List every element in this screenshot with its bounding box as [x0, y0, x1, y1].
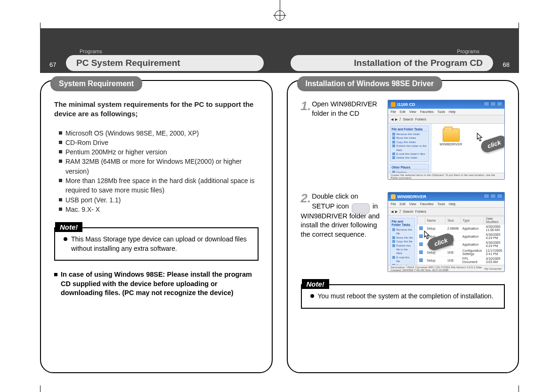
- header-band: Programs Programs 67 68 PC System Requir…: [40, 28, 519, 73]
- setup-icon: [352, 203, 370, 214]
- req-item: USB port (Ver. 1.1): [59, 195, 259, 205]
- left-column: System Requirement The minimal system re…: [40, 80, 273, 373]
- menu-bar[interactable]: File Edit View Favorites Tools Help: [388, 201, 505, 208]
- step-1-screenshot: I1100 CD File Edit View Favorites Tools …: [388, 100, 505, 180]
- explorer-sidebar: File and Folder Tasks Rename this folder…: [388, 124, 431, 173]
- menu-item[interactable]: Edit: [400, 110, 405, 113]
- step-2: 2. Double click on SETUP icon in WIN98DR…: [301, 192, 505, 272]
- menu-item[interactable]: View: [409, 202, 416, 206]
- toolbar-folders[interactable]: Folders: [415, 118, 426, 121]
- tasks-heading: File and Folder Tasks: [392, 128, 427, 131]
- window-buttons[interactable]: [484, 102, 502, 106]
- explorer-main[interactable]: WIN98DRIVER click: [431, 124, 505, 173]
- intro-text: The minimal system requirements for the …: [54, 100, 259, 119]
- step-1: 1. Open WIN98DRIVER folder in the CD I11…: [301, 100, 505, 180]
- folder-label: WIN98DRIVER: [440, 143, 462, 146]
- menu-item[interactable]: Help: [449, 202, 455, 206]
- step-2-screenshot: WIN98DRIVER File Edit View Favorites Too…: [388, 192, 505, 272]
- menu-item[interactable]: Tools: [437, 110, 445, 113]
- req-item: CD-Rom Drive: [59, 138, 259, 147]
- requirements-list: Microsoft OS (Windows 98SE, ME, 2000, XP…: [54, 128, 259, 215]
- step-1-number: 1.: [301, 100, 311, 112]
- task-item[interactable]: Rename this folder: [392, 132, 427, 136]
- status-left: Description: YMAX Converter MFC CID CCD0…: [391, 266, 485, 272]
- step-2-body-a: Double click on SETUP icon: [312, 192, 358, 209]
- note-label: Note!: [302, 279, 329, 289]
- breadcrumb-left: Programs: [80, 48, 102, 54]
- menu-item[interactable]: Edit: [400, 202, 405, 206]
- menu-item[interactable]: File: [391, 110, 396, 113]
- explorer-window-1: I1100 CD File Edit View Favorites Tools …: [388, 100, 505, 180]
- content-area: System Requirement The minimal system re…: [40, 80, 519, 373]
- task-item[interactable]: Publish this file to the Web: [392, 244, 413, 256]
- crop-mark: [40, 385, 41, 392]
- task-item[interactable]: Delete this folder: [392, 156, 427, 160]
- breadcrumb-right: Programs: [457, 48, 479, 54]
- window-buttons[interactable]: [484, 194, 502, 199]
- right-column: Installation of Windows 98SE Driver 1. O…: [287, 80, 519, 373]
- menu-item[interactable]: Favorites: [420, 110, 434, 113]
- status-right: My Computer: [485, 267, 502, 270]
- menu-item[interactable]: File: [391, 202, 396, 206]
- menu-item[interactable]: Help: [449, 110, 455, 113]
- registration-marks-top: [0, 0, 559, 28]
- task-item[interactable]: Copy this file: [392, 240, 413, 243]
- left-panel: System Requirement The minimal system re…: [40, 80, 273, 373]
- req-item: More than 128Mb free space in the hard d…: [59, 176, 259, 195]
- req-item: Mac. 9.X- X: [59, 205, 259, 214]
- menu-item[interactable]: Favorites: [420, 202, 434, 206]
- step-1-body: Open WIN98DRIVER folder in the CD: [312, 100, 377, 117]
- task-item[interactable]: Copy this folder: [392, 140, 427, 144]
- win98driver-folder[interactable]: WIN98DRIVER: [440, 128, 462, 146]
- places-heading: Other Places: [392, 166, 427, 169]
- explorer-main[interactable]: Name Size Type Date Modified Setup2.98MB…: [417, 216, 504, 265]
- task-item[interactable]: Move this folder: [392, 136, 427, 140]
- window-1-title: I1100 CD: [397, 102, 415, 107]
- note-text: You must reboot the system at the comple…: [310, 292, 498, 301]
- toolbar-folders[interactable]: Folders: [415, 210, 426, 213]
- task-item[interactable]: Publish this folder to the Web: [392, 144, 427, 152]
- note-label: Note!: [55, 222, 82, 232]
- toolbar-search[interactable]: Search: [403, 210, 413, 213]
- menu-item[interactable]: View: [409, 110, 416, 113]
- file-row[interactable]: Setup1KBPPL Document4/10/2005 3:03 AM: [417, 256, 504, 264]
- explorer-sidebar: File and Folder Tasks Rename this file M…: [388, 216, 417, 265]
- win98-warning: In case of using Windows 98SE: Please in…: [54, 270, 259, 298]
- folder-icon: [391, 194, 396, 199]
- status-bar: Description: YMAX Converter MFC CID CCD0…: [388, 265, 505, 272]
- right-page-title: Installation of the Program CD: [291, 55, 493, 71]
- page: Programs Programs 67 68 PC System Requir…: [0, 0, 559, 392]
- cd-icon: [391, 102, 396, 107]
- page-number-right: 68: [503, 61, 510, 68]
- step-2-number: 2.: [301, 192, 311, 204]
- file-row[interactable]: Setup1KBConfiguration Settings11/17/2005…: [417, 248, 504, 256]
- toolbar[interactable]: ◀▶⤴ Search Folders: [388, 208, 505, 216]
- menu-item[interactable]: Tools: [437, 202, 445, 206]
- task-item[interactable]: Move this file: [392, 236, 413, 240]
- install-heading: Installation of Windows 98SE Driver: [297, 76, 443, 91]
- step-1-text: 1. Open WIN98DRIVER folder in the CD: [301, 100, 381, 180]
- window-2-title: WIN98DRIVER: [397, 194, 427, 199]
- note-box-left: Note! This Mass Storage type device can …: [54, 227, 259, 261]
- note-text: This Mass Storage type device can upload…: [64, 235, 251, 253]
- step-2-text: 2. Double click on SETUP icon in WIN98DR…: [301, 192, 381, 272]
- explorer-window-2: WIN98DRIVER File Edit View Favorites Too…: [388, 192, 505, 272]
- req-item: RAM 32MB (64MB or more for Windows ME(20…: [59, 157, 259, 176]
- req-item: Pentium 200MHz or higher version: [59, 147, 259, 157]
- menu-bar[interactable]: File Edit View Favorites Tools Help: [388, 109, 505, 115]
- toolbar-search[interactable]: Search: [403, 118, 413, 121]
- task-item[interactable]: Rename this file: [392, 228, 413, 236]
- left-page-title-text: PC System Requirement: [76, 58, 180, 68]
- task-item[interactable]: E-mail this folder's files: [392, 152, 427, 156]
- system-requirement-heading: System Requirement: [50, 76, 142, 91]
- tasks-heading: File and Folder Tasks: [392, 220, 413, 227]
- task-item[interactable]: E-mail this file: [392, 256, 413, 264]
- crop-mark: [518, 385, 519, 392]
- req-item: Microsoft OS (Windows 98SE, ME, 2000, XP…: [59, 128, 259, 138]
- left-page-title: PC System Requirement: [66, 55, 264, 71]
- note-box-right: Note! You must reboot the system at the …: [301, 284, 505, 309]
- folder-icon: [443, 128, 460, 142]
- toolbar[interactable]: ◀▶⤴ Search Folders: [388, 115, 505, 124]
- status-bar: Copies the selected items to the Clipboa…: [388, 173, 505, 179]
- page-number-left: 67: [49, 61, 56, 68]
